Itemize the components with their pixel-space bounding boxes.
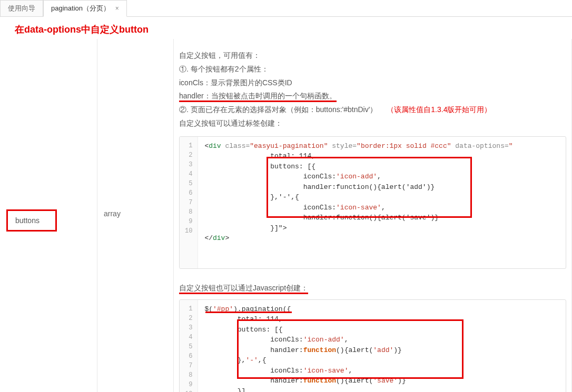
- tab-bar: 使用向导 pagination（分页） ×: [0, 0, 572, 17]
- line-gutter: 1 2 3 4 5 6 7 8 9 10: [180, 137, 198, 268]
- section-heading: 在data-options中自定义button: [0, 17, 572, 39]
- property-type: array: [104, 209, 167, 218]
- code-block-html: 1 2 3 4 5 6 7 8 9 10 <div class="easyui-…: [179, 136, 566, 269]
- desc-underlined: handler：当按钮被点击时调用的一个句柄函数。: [179, 92, 337, 102]
- version-note: （该属性值自1.3.4版开始可用）: [387, 105, 491, 114]
- description-text: 自定义按钮，可用值有： ①. 每个按钮都有2个属性： iconCls：显示背景图…: [179, 49, 566, 130]
- tab-pagination[interactable]: pagination（分页） ×: [43, 0, 127, 17]
- column-property-name: buttons: [0, 39, 97, 392]
- property-name: buttons: [6, 209, 57, 232]
- code-block-js: 1 2 3 4 5 6 7 8 9 10 $('#pp').pagination…: [179, 299, 566, 392]
- close-icon[interactable]: ×: [115, 5, 119, 12]
- desc-line: iconCls：显示背景图片的CSS类ID: [179, 77, 566, 89]
- line-gutter: 1 2 3 4 5 6 7 8 9 10: [180, 300, 198, 392]
- highlight-underline: [205, 311, 292, 313]
- desc-line: handler：当按钮被点击时调用的一个句柄函数。: [179, 90, 566, 103]
- desc-text: ②. 页面已存在元素的选择器对象（例如：buttons:'#btnDiv'）: [179, 105, 377, 114]
- tab-label: pagination（分页）: [51, 4, 110, 12]
- column-property-type: array: [97, 39, 174, 392]
- code-content: $('#pp').pagination({ total: 114, button…: [198, 300, 566, 392]
- desc-line: 自定义按钮，可用值有：: [179, 49, 566, 62]
- property-table: buttons array 自定义按钮，可用值有： ①. 每个按钮都有2个属性：…: [0, 39, 572, 392]
- desc-line: 自定义按钮可以通过标签创建：: [179, 117, 566, 130]
- column-description: 自定义按钮，可用值有： ①. 每个按钮都有2个属性： iconCls：显示背景图…: [174, 39, 572, 392]
- code-content: <div class="easyui-pagination" style="bo…: [198, 137, 566, 268]
- desc-line: ①. 每个按钮都有2个属性：: [179, 63, 566, 76]
- tab-label: 使用向导: [8, 4, 35, 12]
- section2-title: 自定义按钮也可以通过Javascript创建：: [179, 284, 566, 293]
- tab-guide[interactable]: 使用向导: [0, 0, 43, 16]
- desc-line: ②. 页面已存在元素的选择器对象（例如：buttons:'#btnDiv'） （…: [179, 104, 566, 116]
